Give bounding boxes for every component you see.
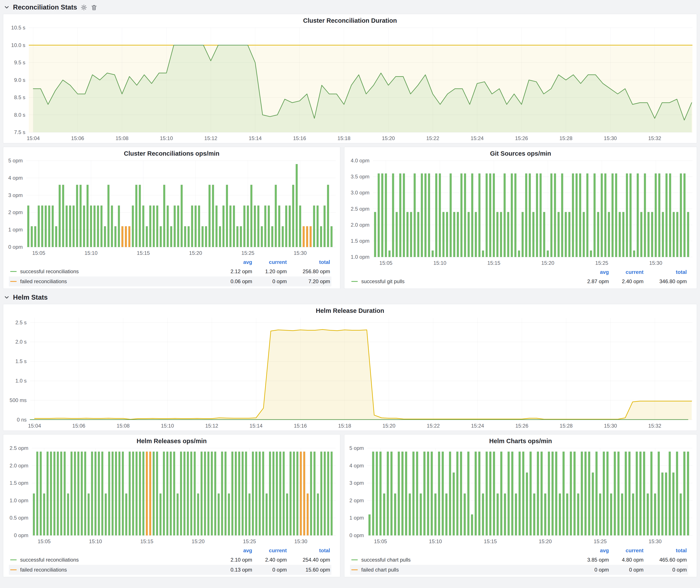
svg-text:8.5 s: 8.5 s: [14, 94, 25, 100]
series-label[interactable]: successful reconciliations: [20, 268, 79, 275]
svg-text:15:20: 15:20: [192, 538, 205, 544]
section-title[interactable]: Helm Stats: [13, 294, 48, 301]
svg-text:15:10: 15:10: [429, 538, 442, 544]
svg-text:5 opm: 5 opm: [349, 445, 364, 451]
legend: avg current total successful reconciliat…: [3, 258, 340, 289]
svg-text:15:18: 15:18: [338, 423, 351, 429]
svg-text:1.5 opm: 1.5 opm: [351, 238, 369, 244]
svg-text:15:22: 15:22: [427, 423, 440, 429]
legend-total-value: 256.80 opm: [287, 268, 330, 275]
section-header-reconciliation-stats[interactable]: Reconciliation Stats: [4, 2, 697, 13]
panel-title[interactable]: Helm Releases ops/min: [3, 435, 340, 445]
svg-text:2.5 opm: 2.5 opm: [351, 206, 369, 212]
svg-text:15:08: 15:08: [116, 135, 129, 141]
legend-current-value: 2.40 opm: [252, 557, 287, 563]
series-label[interactable]: successful chart pulls: [361, 557, 411, 563]
svg-text:1.0 opm: 1.0 opm: [10, 498, 28, 503]
legend-row: successful chart pulls 3.85 opm 4.80 opm…: [350, 555, 688, 565]
legend-header-row: avg current total: [9, 546, 331, 555]
trash-icon[interactable]: [91, 4, 97, 11]
svg-text:2 opm: 2 opm: [8, 209, 23, 215]
svg-text:15:15: 15:15: [484, 538, 497, 544]
svg-text:15:20: 15:20: [539, 538, 552, 544]
helm-charts-ops-chart[interactable]: 0 opm1 opm2 opm3 opm4 opm5 opm15:0515:10…: [344, 445, 697, 546]
panel-title[interactable]: Helm Charts ops/min: [344, 435, 697, 445]
legend-header-current[interactable]: current: [252, 548, 287, 554]
svg-text:10.5 s: 10.5 s: [11, 25, 25, 31]
legend-total-value: 0 opm: [644, 567, 687, 573]
legend-header-avg[interactable]: avg: [576, 548, 609, 554]
legend: avg current total successful git pulls 2…: [344, 268, 697, 289]
svg-text:15:26: 15:26: [515, 135, 528, 141]
legend-header-total[interactable]: total: [287, 259, 330, 265]
svg-text:2.5 opm: 2.5 opm: [10, 445, 28, 451]
panel-helm-releases-ops: Helm Releases ops/min 0 opm0.5 opm1.0 op…: [3, 434, 340, 577]
series-label[interactable]: successful git pulls: [361, 278, 405, 284]
svg-text:3 opm: 3 opm: [349, 480, 364, 486]
chevron-down-icon[interactable]: [4, 5, 10, 10]
panel-title[interactable]: Git Sources ops/min: [344, 147, 697, 158]
series-label[interactable]: successful reconciliations: [20, 557, 79, 563]
chevron-down-icon[interactable]: [4, 295, 10, 300]
panel-title[interactable]: Cluster Reconciliations ops/min: [3, 147, 340, 158]
series-label[interactable]: failed reconciliations: [20, 567, 67, 573]
svg-text:15:20: 15:20: [189, 250, 202, 256]
legend-row: successful git pulls 2.87 opm 2.40 opm 3…: [350, 276, 688, 286]
svg-text:15:10: 15:10: [84, 250, 97, 256]
legend-avg-value: 0.13 opm: [220, 567, 252, 573]
svg-text:15:25: 15:25: [241, 250, 254, 256]
svg-text:2.0 s: 2.0 s: [15, 339, 27, 345]
git-sources-ops-chart[interactable]: 1.0 opm1.5 opm2.0 opm2.5 opm3.0 opm3.5 o…: [344, 158, 697, 268]
cluster-reconciliations-ops-chart[interactable]: 0 opm1 opm2 opm3 opm4 opm5 opm15:0515:10…: [3, 158, 340, 258]
legend-header-avg[interactable]: avg: [576, 269, 609, 275]
panel-git-sources-ops: Git Sources ops/min 1.0 opm1.5 opm2.0 op…: [344, 147, 697, 289]
legend-current-value: 0 opm: [609, 567, 644, 573]
legend-header-avg[interactable]: avg: [220, 259, 252, 265]
section-header-helm-stats[interactable]: Helm Stats: [4, 292, 697, 303]
helm-releases-ops-chart[interactable]: 0 opm0.5 opm1.0 opm1.5 opm2.0 opm2.5 opm…: [3, 445, 340, 546]
legend-avg-value: 2.87 opm: [576, 278, 609, 284]
svg-text:15:10: 15:10: [160, 135, 173, 141]
svg-text:15:28: 15:28: [559, 135, 572, 141]
legend-header-current[interactable]: current: [252, 259, 287, 265]
legend-row: successful reconciliations 2.12 opm 1.20…: [9, 267, 331, 276]
legend-current-value: 2.40 opm: [609, 278, 644, 284]
gear-icon[interactable]: [81, 4, 87, 11]
svg-text:500 ms: 500 ms: [10, 397, 27, 403]
legend-header-total[interactable]: total: [644, 269, 687, 275]
cluster-reconciliation-duration-chart[interactable]: 7.5 s8.0 s8.5 s9.0 s9.5 s10.0 s10.5 s15:…: [3, 25, 697, 143]
svg-text:15:04: 15:04: [28, 423, 41, 429]
svg-text:1.0 opm: 1.0 opm: [351, 254, 369, 260]
legend-header-total[interactable]: total: [287, 548, 330, 554]
legend-header-total[interactable]: total: [644, 548, 687, 554]
helm-release-duration-chart[interactable]: 0 ns500 ms1.0 s1.5 s2.0 s2.5 s15:0415:06…: [3, 315, 697, 431]
svg-text:1.5 s: 1.5 s: [15, 358, 27, 364]
legend-header-current[interactable]: current: [609, 269, 644, 275]
svg-text:15:08: 15:08: [117, 423, 130, 429]
svg-text:15:10: 15:10: [89, 538, 102, 544]
svg-text:15:05: 15:05: [379, 260, 392, 266]
svg-text:15:18: 15:18: [337, 135, 350, 141]
legend-row: failed reconciliations 0.06 opm 0 opm 7.…: [9, 276, 331, 286]
svg-text:15:16: 15:16: [293, 135, 306, 141]
section-title[interactable]: Reconciliation Stats: [13, 3, 77, 11]
svg-text:15:20: 15:20: [382, 423, 395, 429]
panel-title[interactable]: Cluster Reconciliation Duration: [3, 14, 697, 25]
series-label[interactable]: failed reconciliations: [20, 278, 67, 284]
svg-text:15:20: 15:20: [382, 135, 395, 141]
series-swatch: [351, 569, 358, 570]
legend-header-row: avg current total: [9, 258, 331, 267]
svg-text:15:05: 15:05: [38, 538, 51, 544]
svg-text:15:32: 15:32: [648, 135, 661, 141]
panel-title[interactable]: Helm Release Duration: [3, 304, 697, 315]
svg-text:15:14: 15:14: [249, 135, 262, 141]
legend-header-current[interactable]: current: [609, 548, 644, 554]
svg-text:1 opm: 1 opm: [8, 227, 23, 233]
svg-text:15:25: 15:25: [594, 538, 607, 544]
legend-header-avg[interactable]: avg: [220, 548, 252, 554]
panel-cluster-reconciliation-duration: Cluster Reconciliation Duration 7.5 s8.0…: [3, 14, 697, 143]
legend-avg-value: 0 opm: [576, 567, 609, 573]
svg-text:0 ns: 0 ns: [17, 417, 27, 423]
legend-total-value: 15.60 opm: [287, 567, 330, 573]
series-label[interactable]: failed chart pulls: [361, 567, 399, 573]
